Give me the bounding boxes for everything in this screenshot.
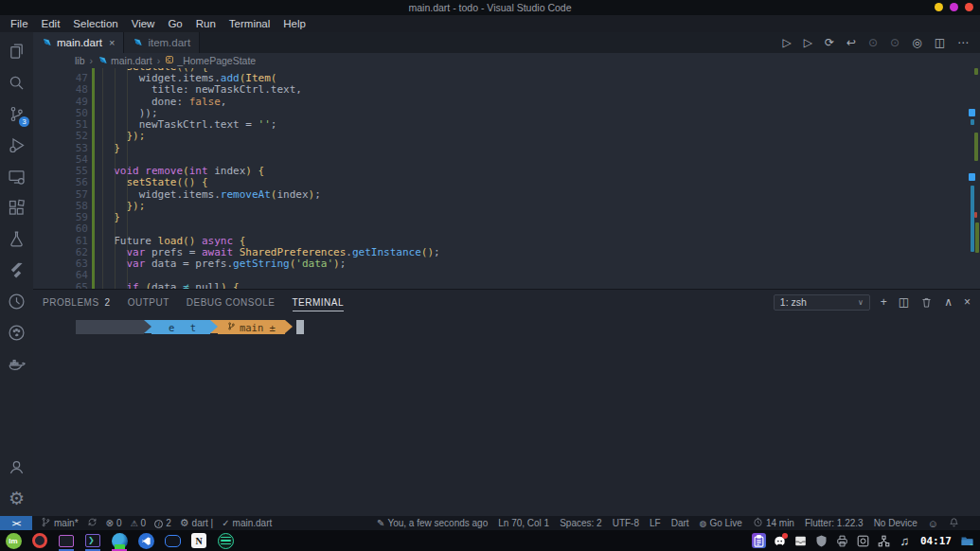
go-live[interactable]: ◍Go Live xyxy=(700,518,742,528)
gamepad-app-icon[interactable] xyxy=(164,532,181,549)
menu-item-help[interactable]: Help xyxy=(276,18,312,29)
clipboard-tray-icon[interactable] xyxy=(751,533,767,549)
settings-gear-icon[interactable]: ⚙ xyxy=(0,483,33,514)
terminal-prompt: e tmain ± xyxy=(76,320,304,334)
terminal-selector[interactable]: 1: zsh ∨ xyxy=(774,294,870,311)
run-debug-icon[interactable] xyxy=(0,130,33,161)
status-label: 14 min xyxy=(766,518,794,528)
bottom-panel: PROBLEMS2OUTPUTDEBUG CONSOLETERMINAL 1: … xyxy=(33,289,980,516)
indentation[interactable]: Spaces: 2 xyxy=(560,518,601,528)
flutter-version[interactable]: Flutter: 1.22.3 xyxy=(805,518,864,528)
go-back-button[interactable]: ↩ xyxy=(846,36,856,49)
menu-item-go[interactable]: Go xyxy=(161,18,188,29)
gitlens-blame[interactable]: ✎You, a few seconds ago xyxy=(377,518,488,528)
panel-tab-problems[interactable]: PROBLEMS2 xyxy=(43,297,111,308)
menu-item-run[interactable]: Run xyxy=(189,18,223,29)
menu-item-view[interactable]: View xyxy=(125,18,162,29)
tab-main.dart[interactable]: main.dart× xyxy=(33,32,124,53)
terminal[interactable]: e tmain ± xyxy=(33,314,980,516)
breadcrumb-item-main.dart[interactable]: main.dart xyxy=(98,55,152,67)
panel-tab-output[interactable]: OUTPUT xyxy=(128,297,169,308)
breadcrumb-item-_HomePageState[interactable]: _HomePageState xyxy=(165,55,256,66)
code-line: 57 widget.items.removeAt(index); xyxy=(33,189,980,201)
encoding[interactable]: UTF-8 xyxy=(613,518,639,528)
new-terminal-button[interactable]: + xyxy=(881,295,887,309)
spotify-app-icon[interactable] xyxy=(217,532,234,549)
taskbar-clock[interactable]: 04:17 xyxy=(920,535,952,547)
notifications-bell[interactable] xyxy=(949,517,959,529)
close-panel-button[interactable]: × xyxy=(964,295,971,309)
cursor-position[interactable]: Ln 70, Col 1 xyxy=(498,518,549,528)
git-branch-status[interactable]: main* xyxy=(41,517,79,529)
extensions-icon[interactable] xyxy=(0,192,33,223)
more-actions-button[interactable]: ⋯ xyxy=(957,36,969,49)
split-editor-button[interactable]: ◫ xyxy=(935,36,945,49)
analysis-file[interactable]: ✓main.dart xyxy=(222,518,272,528)
maximize-button[interactable] xyxy=(950,3,958,11)
feedback-button[interactable]: ☺ xyxy=(928,518,938,529)
dart-analysis[interactable]: ⚙dart | xyxy=(180,517,213,529)
close-tab-icon[interactable]: × xyxy=(109,37,115,48)
blue-globe-app-icon[interactable] xyxy=(111,532,128,549)
shield-tray-icon[interactable] xyxy=(813,533,829,549)
tab-item.dart[interactable]: item.dart xyxy=(124,32,200,53)
mint-menu-icon[interactable]: lm xyxy=(5,532,22,549)
language-mode[interactable]: Dart xyxy=(671,518,689,528)
time-tracker[interactable]: 14 min xyxy=(753,517,794,529)
vscode-app-icon[interactable] xyxy=(137,532,154,549)
screenshot-tray-icon[interactable] xyxy=(855,533,871,549)
mail-tray-icon[interactable] xyxy=(793,533,809,549)
dart-file-icon xyxy=(42,37,52,49)
breadcrumb-item-lib[interactable]: lib xyxy=(75,55,85,66)
terminal-app-icon[interactable]: ❯ xyxy=(84,532,101,549)
status-label: Dart xyxy=(671,518,689,528)
warnings-count[interactable]: ⚠0 xyxy=(131,518,147,528)
search-icon[interactable] xyxy=(0,67,33,98)
remote-explorer-icon[interactable] xyxy=(0,161,33,192)
paw-icon[interactable] xyxy=(0,317,33,348)
chevron-down-icon: ∨ xyxy=(858,298,864,307)
discord-tray-icon[interactable] xyxy=(772,533,788,549)
remote-indicator[interactable]: >< xyxy=(0,516,32,530)
breadcrumb[interactable]: lib›main.dart›_HomePageState xyxy=(33,53,980,68)
menu-item-terminal[interactable]: Terminal xyxy=(223,18,276,29)
music-tray-icon[interactable]: ♫ xyxy=(897,533,913,549)
device-selector[interactable]: No Device xyxy=(874,518,918,528)
split-terminal-button[interactable]: ◫ xyxy=(899,295,909,309)
panel-tab-debug-console[interactable]: DEBUG CONSOLE xyxy=(187,297,276,308)
test-beaker-icon[interactable] xyxy=(0,223,33,255)
notion-app-icon[interactable]: N xyxy=(190,532,207,549)
sync-icon xyxy=(87,517,98,529)
explorer-icon[interactable] xyxy=(0,36,33,67)
network-tray-icon[interactable] xyxy=(876,533,892,549)
file-manager-icon[interactable] xyxy=(58,532,75,549)
minimize-button[interactable] xyxy=(935,3,943,11)
prompt-git-segment: main ± xyxy=(218,320,285,334)
red-browser-icon[interactable] xyxy=(31,532,48,549)
errors-count[interactable]: ⊗0 xyxy=(106,518,122,528)
kill-terminal-button[interactable] xyxy=(920,296,933,309)
infos-count[interactable]: i2 xyxy=(154,518,171,528)
restart-button[interactable]: ⟳ xyxy=(825,36,834,49)
account-icon[interactable] xyxy=(0,452,33,483)
docker-icon[interactable] xyxy=(0,348,33,380)
code-editor[interactable]: setState(() {47 widget.items.add(Item(48… xyxy=(33,68,980,289)
menu-item-edit[interactable]: Edit xyxy=(35,18,67,29)
printer-tray-icon[interactable] xyxy=(834,533,850,549)
run-and-debug-button[interactable]: ◎ xyxy=(912,36,921,49)
maximize-panel-button[interactable]: ∧ xyxy=(944,295,953,309)
sync-status[interactable] xyxy=(87,517,98,529)
run-without-debug-button[interactable]: ▷ xyxy=(804,36,812,49)
downloads-folder-icon[interactable] xyxy=(959,533,975,549)
menu-item-file[interactable]: File xyxy=(4,18,35,29)
overview-ruler[interactable] xyxy=(968,68,980,289)
close-button[interactable] xyxy=(965,3,973,11)
source-control-icon[interactable]: 3 xyxy=(0,98,33,130)
panel-tab-terminal[interactable]: TERMINAL xyxy=(293,297,345,308)
history-clock-icon[interactable] xyxy=(0,286,33,317)
flutter-icon[interactable] xyxy=(0,255,33,286)
run-button[interactable]: ▷ xyxy=(782,36,791,49)
menu-item-selection[interactable]: Selection xyxy=(66,18,124,29)
eol[interactable]: LF xyxy=(650,518,661,528)
ruler-mark xyxy=(969,109,975,116)
